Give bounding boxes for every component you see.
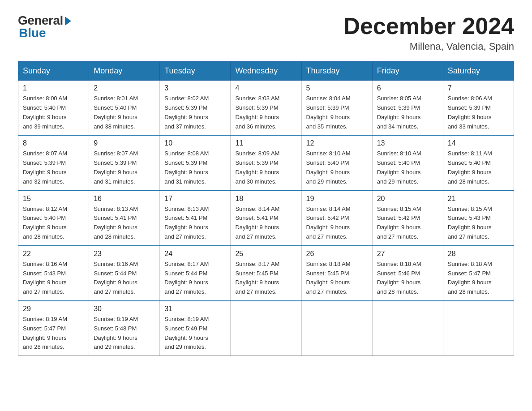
page-header: General Blue December 2024 Millena, Vale… [18, 13, 514, 52]
day-info: Sunrise: 8:14 AM Sunset: 5:41 PM Dayligh… [235, 205, 296, 242]
day-info: Sunrise: 8:18 AM Sunset: 5:45 PM Dayligh… [306, 260, 368, 297]
day-info: Sunrise: 8:10 AM Sunset: 5:40 PM Dayligh… [377, 149, 438, 186]
day-info: Sunrise: 8:17 AM Sunset: 5:45 PM Dayligh… [235, 260, 296, 297]
calendar-cell: 1 Sunrise: 8:00 AM Sunset: 5:40 PM Dayli… [18, 81, 89, 136]
day-number: 11 [235, 139, 296, 147]
day-info: Sunrise: 8:11 AM Sunset: 5:40 PM Dayligh… [448, 149, 509, 186]
day-number: 5 [306, 84, 368, 92]
calendar-cell: 7 Sunrise: 8:06 AM Sunset: 5:39 PM Dayli… [443, 81, 514, 136]
day-number: 10 [164, 139, 226, 147]
week-row-1: 1 Sunrise: 8:00 AM Sunset: 5:40 PM Dayli… [18, 81, 514, 136]
calendar-cell [372, 301, 443, 356]
calendar-cell: 8 Sunrise: 8:07 AM Sunset: 5:39 PM Dayli… [18, 135, 89, 190]
day-info: Sunrise: 8:06 AM Sunset: 5:39 PM Dayligh… [448, 94, 509, 131]
calendar-cell: 12 Sunrise: 8:10 AM Sunset: 5:40 PM Dayl… [301, 135, 372, 190]
weekday-header-wednesday: Wednesday [231, 62, 301, 81]
day-number: 21 [448, 195, 509, 203]
day-number: 4 [235, 84, 296, 92]
calendar-cell: 14 Sunrise: 8:11 AM Sunset: 5:40 PM Dayl… [443, 135, 514, 190]
day-number: 16 [94, 195, 155, 203]
day-info: Sunrise: 8:08 AM Sunset: 5:39 PM Dayligh… [164, 149, 226, 186]
day-info: Sunrise: 8:09 AM Sunset: 5:39 PM Dayligh… [235, 149, 296, 186]
calendar-cell: 4 Sunrise: 8:03 AM Sunset: 5:39 PM Dayli… [231, 81, 301, 136]
calendar-cell: 19 Sunrise: 8:14 AM Sunset: 5:42 PM Dayl… [301, 191, 372, 246]
day-number: 19 [306, 195, 368, 203]
week-row-4: 22 Sunrise: 8:16 AM Sunset: 5:43 PM Dayl… [18, 246, 514, 301]
calendar-cell: 27 Sunrise: 8:18 AM Sunset: 5:46 PM Dayl… [372, 246, 443, 301]
calendar-cell: 3 Sunrise: 8:02 AM Sunset: 5:39 PM Dayli… [160, 81, 231, 136]
logo-arrow-icon [65, 17, 71, 26]
day-info: Sunrise: 8:13 AM Sunset: 5:41 PM Dayligh… [164, 205, 226, 242]
day-info: Sunrise: 8:18 AM Sunset: 5:47 PM Dayligh… [448, 260, 509, 297]
calendar-cell: 15 Sunrise: 8:12 AM Sunset: 5:40 PM Dayl… [18, 191, 89, 246]
day-info: Sunrise: 8:16 AM Sunset: 5:44 PM Dayligh… [94, 260, 155, 297]
weekday-header-friday: Friday [372, 62, 443, 81]
calendar-cell: 5 Sunrise: 8:04 AM Sunset: 5:39 PM Dayli… [301, 81, 372, 136]
day-info: Sunrise: 8:17 AM Sunset: 5:44 PM Dayligh… [164, 260, 226, 297]
day-number: 1 [23, 84, 84, 92]
weekday-header-row: SundayMondayTuesdayWednesdayThursdayFrid… [18, 62, 514, 81]
day-number: 14 [448, 139, 509, 147]
day-number: 20 [377, 195, 438, 203]
day-info: Sunrise: 8:13 AM Sunset: 5:41 PM Dayligh… [94, 205, 155, 242]
day-number: 28 [448, 250, 509, 258]
day-number: 8 [23, 139, 84, 147]
calendar-cell: 31 Sunrise: 8:19 AM Sunset: 5:49 PM Dayl… [160, 301, 231, 356]
calendar-cell: 18 Sunrise: 8:14 AM Sunset: 5:41 PM Dayl… [231, 191, 301, 246]
day-number: 18 [235, 195, 296, 203]
location-title: Millena, Valencia, Spain [343, 41, 514, 52]
day-info: Sunrise: 8:15 AM Sunset: 5:42 PM Dayligh… [377, 205, 438, 242]
weekday-header-thursday: Thursday [301, 62, 372, 81]
day-number: 6 [377, 84, 438, 92]
day-info: Sunrise: 8:19 AM Sunset: 5:49 PM Dayligh… [164, 315, 226, 352]
day-number: 26 [306, 250, 368, 258]
calendar-cell: 28 Sunrise: 8:18 AM Sunset: 5:47 PM Dayl… [443, 246, 514, 301]
calendar-cell: 11 Sunrise: 8:09 AM Sunset: 5:39 PM Dayl… [231, 135, 301, 190]
day-number: 7 [448, 84, 509, 92]
day-info: Sunrise: 8:14 AM Sunset: 5:42 PM Dayligh… [306, 205, 368, 242]
calendar-cell: 25 Sunrise: 8:17 AM Sunset: 5:45 PM Dayl… [231, 246, 301, 301]
day-number: 27 [377, 250, 438, 258]
day-info: Sunrise: 8:19 AM Sunset: 5:48 PM Dayligh… [94, 315, 155, 352]
logo: General Blue [18, 13, 71, 40]
day-info: Sunrise: 8:18 AM Sunset: 5:46 PM Dayligh… [377, 260, 438, 297]
day-number: 3 [164, 84, 226, 92]
calendar-cell: 16 Sunrise: 8:13 AM Sunset: 5:41 PM Dayl… [89, 191, 160, 246]
logo-blue-text: Blue [19, 26, 46, 40]
calendar-cell [301, 301, 372, 356]
day-info: Sunrise: 8:07 AM Sunset: 5:39 PM Dayligh… [94, 149, 155, 186]
day-number: 31 [164, 305, 226, 313]
calendar-cell: 26 Sunrise: 8:18 AM Sunset: 5:45 PM Dayl… [301, 246, 372, 301]
week-row-5: 29 Sunrise: 8:19 AM Sunset: 5:47 PM Dayl… [18, 301, 514, 356]
calendar-cell: 2 Sunrise: 8:01 AM Sunset: 5:40 PM Dayli… [89, 81, 160, 136]
day-info: Sunrise: 8:02 AM Sunset: 5:39 PM Dayligh… [164, 94, 226, 131]
calendar-cell: 23 Sunrise: 8:16 AM Sunset: 5:44 PM Dayl… [89, 246, 160, 301]
day-info: Sunrise: 8:12 AM Sunset: 5:40 PM Dayligh… [23, 205, 84, 242]
calendar-cell: 22 Sunrise: 8:16 AM Sunset: 5:43 PM Dayl… [18, 246, 89, 301]
day-number: 23 [94, 250, 155, 258]
week-row-3: 15 Sunrise: 8:12 AM Sunset: 5:40 PM Dayl… [18, 191, 514, 246]
day-info: Sunrise: 8:16 AM Sunset: 5:43 PM Dayligh… [23, 260, 84, 297]
day-number: 29 [23, 305, 84, 313]
calendar-cell [231, 301, 301, 356]
day-number: 13 [377, 139, 438, 147]
weekday-header-tuesday: Tuesday [160, 62, 231, 81]
calendar-cell: 29 Sunrise: 8:19 AM Sunset: 5:47 PM Dayl… [18, 301, 89, 356]
day-number: 25 [235, 250, 296, 258]
day-info: Sunrise: 8:15 AM Sunset: 5:43 PM Dayligh… [448, 205, 509, 242]
calendar-table: SundayMondayTuesdayWednesdayThursdayFrid… [18, 61, 514, 356]
calendar-cell: 13 Sunrise: 8:10 AM Sunset: 5:40 PM Dayl… [372, 135, 443, 190]
day-info: Sunrise: 8:00 AM Sunset: 5:40 PM Dayligh… [23, 94, 84, 131]
weekday-header-saturday: Saturday [443, 62, 514, 81]
calendar-cell: 6 Sunrise: 8:05 AM Sunset: 5:39 PM Dayli… [372, 81, 443, 136]
day-number: 2 [94, 84, 155, 92]
day-info: Sunrise: 8:03 AM Sunset: 5:39 PM Dayligh… [235, 94, 296, 131]
day-number: 9 [94, 139, 155, 147]
calendar-cell: 10 Sunrise: 8:08 AM Sunset: 5:39 PM Dayl… [160, 135, 231, 190]
title-block: December 2024 Millena, Valencia, Spain [343, 13, 514, 52]
calendar-cell: 17 Sunrise: 8:13 AM Sunset: 5:41 PM Dayl… [160, 191, 231, 246]
day-info: Sunrise: 8:10 AM Sunset: 5:40 PM Dayligh… [306, 149, 368, 186]
day-info: Sunrise: 8:07 AM Sunset: 5:39 PM Dayligh… [23, 149, 84, 186]
day-number: 15 [23, 195, 84, 203]
day-number: 24 [164, 250, 226, 258]
